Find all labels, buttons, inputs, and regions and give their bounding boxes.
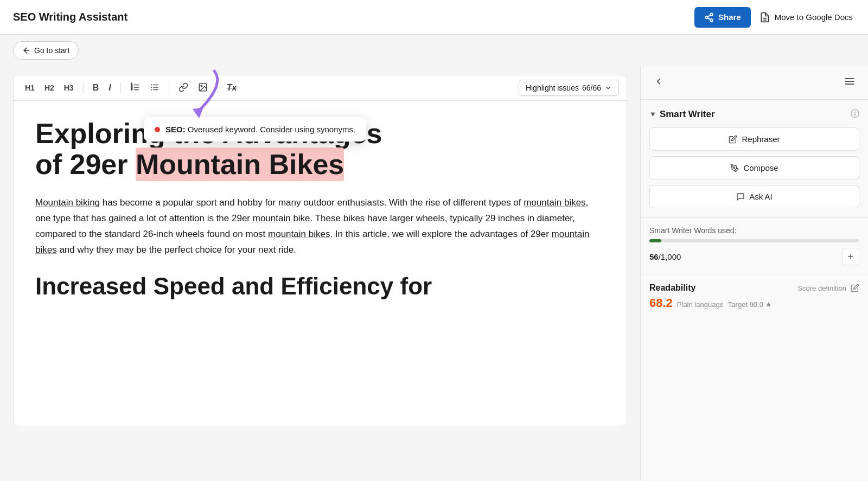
- unordered-list-button[interactable]: [146, 80, 163, 96]
- words-count-row: 56/1,000 +: [649, 248, 859, 265]
- collapse-icon: [654, 76, 663, 86]
- arrow-left-icon: [22, 46, 31, 55]
- smart-writer-chevron: ▼: [649, 110, 656, 118]
- words-count: 56/1,000: [649, 252, 681, 261]
- unordered-list-icon: [150, 82, 159, 92]
- share-icon: [704, 12, 714, 22]
- score-definition-link[interactable]: Score definition: [797, 284, 846, 292]
- chevron-down-icon: [604, 84, 612, 92]
- readability-score: 68.2: [649, 296, 673, 310]
- italic-button[interactable]: I: [105, 81, 114, 95]
- keyword-mountain-bike: mountain bike: [253, 213, 310, 223]
- title-part2: of 29er: [35, 149, 136, 180]
- compose-label: Compose: [743, 163, 778, 172]
- rephraser-label: Rephraser: [742, 134, 780, 144]
- collapse-panel-button[interactable]: [649, 74, 668, 91]
- highlight-issues-button[interactable]: Highlight issues 66/66: [519, 80, 619, 96]
- article-body[interactable]: Mountain biking has become a popular spo…: [35, 195, 605, 258]
- title-part1: Explorin: [35, 118, 148, 149]
- tooltip-label: SEO:: [165, 125, 186, 134]
- tooltip-message: Overused keyword. Consider using synonym…: [188, 125, 355, 134]
- readability-actions: Score definition: [797, 284, 859, 292]
- google-docs-label: Move to Google Docs: [775, 12, 853, 22]
- compose-button[interactable]: Compose: [649, 156, 859, 179]
- keyword-mountain-bikes-2: mountain bikes: [268, 229, 330, 239]
- tooltip-text: SEO: Overused keyword. Consider using sy…: [165, 125, 355, 134]
- highlight-count: 66/66: [582, 84, 601, 92]
- keyword-mountain-bikes-1: mountain bikes: [524, 197, 585, 208]
- ask-ai-button[interactable]: Ask AI: [649, 185, 859, 208]
- readability-score-row: 68.2 Plain language Target 90.0 ★: [649, 296, 859, 310]
- app-header: SEO Writing Assistant Share Move to Goog…: [0, 0, 868, 35]
- toolbar-separator-2: [120, 82, 121, 93]
- smart-writer-title-row: ▼ Smart Writer ⓘ: [649, 108, 859, 120]
- menu-button[interactable]: [840, 74, 859, 92]
- ask-ai-icon: [736, 193, 745, 201]
- compose-icon: [730, 164, 739, 172]
- readability-target: Target 90.0 ★: [728, 300, 772, 309]
- toolbar-separator-1: [83, 82, 84, 93]
- readability-star-icon: ★: [765, 300, 772, 309]
- svg-line-3: [707, 18, 710, 20]
- right-panel: ▼ Smart Writer ⓘ Rephraser Compose: [640, 66, 868, 481]
- svg-point-17: [151, 84, 152, 85]
- smart-writer-buttons: Rephraser Compose Ask AI: [649, 127, 859, 208]
- svg-text:3: 3: [131, 88, 132, 91]
- rephraser-icon: [729, 135, 737, 144]
- editor-content[interactable]: SEO: Overused keyword. Consider using sy…: [13, 101, 627, 426]
- tooltip-dot: [155, 127, 160, 132]
- h2-button[interactable]: H2: [41, 81, 58, 94]
- right-panel-header: [641, 66, 868, 100]
- sub-header: Go to start: [0, 35, 868, 66]
- words-total: 1,000: [661, 252, 681, 261]
- words-progress-fill: [649, 239, 661, 242]
- move-to-google-docs-button[interactable]: Move to Google Docs: [757, 7, 855, 28]
- google-docs-icon: [760, 12, 770, 23]
- h1-button[interactable]: H1: [21, 81, 39, 94]
- readability-plain-language: Plain language: [677, 300, 724, 309]
- add-words-button[interactable]: +: [842, 248, 859, 265]
- readability-section: Readability Score definition 68.2 Plain …: [641, 274, 868, 319]
- share-label: Share: [718, 12, 741, 22]
- smart-writer-section: ▼ Smart Writer ⓘ Rephraser Compose: [641, 100, 868, 217]
- svg-point-18: [151, 86, 152, 87]
- purple-arrow: [165, 68, 231, 125]
- main-layout: H1 H2 H3 B I 123: [0, 66, 868, 481]
- bold-button[interactable]: B: [89, 81, 103, 95]
- svg-point-19: [151, 89, 152, 90]
- svg-marker-22: [193, 107, 203, 118]
- smart-writer-title: ▼ Smart Writer: [649, 109, 715, 120]
- share-button[interactable]: Share: [694, 7, 751, 28]
- header-actions: Share Move to Google Docs: [694, 7, 855, 28]
- ordered-list-icon: 123: [130, 82, 140, 92]
- h3-button[interactable]: H3: [60, 81, 78, 94]
- keyword-mountain-biking: Mountain biking: [35, 197, 100, 208]
- title-highlighted: Mountain Bikes: [136, 147, 344, 181]
- rephraser-button[interactable]: Rephraser: [649, 127, 859, 151]
- menu-icon: [844, 76, 855, 87]
- words-used-label: Smart Writer Words used:: [649, 226, 859, 235]
- svg-point-26: [733, 167, 735, 169]
- readability-target-value: 90.0: [750, 300, 763, 309]
- editor-area: H1 H2 H3 B I 123: [0, 66, 640, 481]
- readability-target-label: Target: [728, 300, 748, 309]
- smart-writer-label: Smart Writer: [660, 109, 715, 120]
- ordered-list-button[interactable]: 123: [126, 80, 144, 96]
- editor-toolbar: H1 H2 H3 B I 123: [13, 75, 627, 101]
- words-progress-track: [649, 239, 859, 242]
- go-to-start-button[interactable]: Go to start: [13, 41, 79, 60]
- article-subheading[interactable]: Increased Speed and Efficiency for: [35, 273, 605, 299]
- app-title: SEO Writing Assistant: [13, 11, 127, 23]
- ask-ai-label: Ask AI: [749, 192, 773, 201]
- svg-line-4: [707, 15, 710, 16]
- readability-title: Readability: [649, 283, 695, 293]
- smart-writer-info-icon[interactable]: ⓘ: [851, 108, 859, 120]
- highlight-issues-label: Highlight issues: [526, 84, 579, 92]
- readability-title-row: Readability Score definition: [649, 283, 859, 293]
- readability-edit-icon[interactable]: [851, 284, 859, 292]
- words-current: 56: [649, 252, 659, 261]
- words-used-section: Smart Writer Words used: 56/1,000 +: [641, 217, 868, 274]
- go-to-start-label: Go to start: [34, 46, 69, 55]
